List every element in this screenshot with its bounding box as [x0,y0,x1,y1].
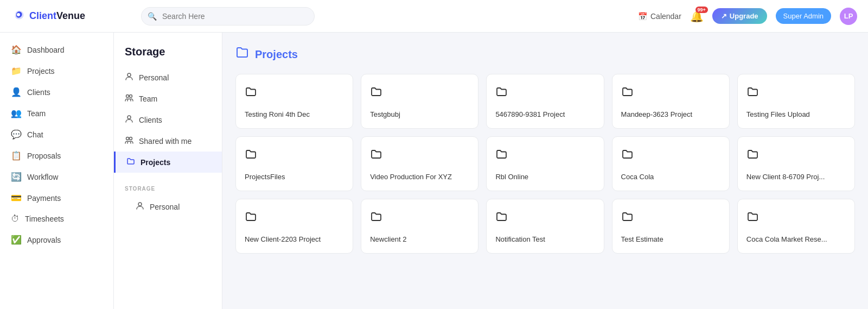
personal-bottom-icon [136,201,144,212]
search-input[interactable] [141,7,315,26]
project-card-name: Video Production For XYZ [370,173,469,182]
project-card-card15[interactable]: Coca Cola Market Rese... [737,199,855,254]
sidebar-item-approvals-label: Approvals [27,236,61,244]
sidebar-item-approvals[interactable]: ✅ Approvals [0,229,113,250]
project-card-name: Testing Files Upload [746,110,846,119]
storage-clients-label: Clients [139,116,162,124]
storage-shared-label: Shared with me [139,137,192,146]
folder-icon [370,210,469,226]
storage-item-team[interactable]: Team [114,88,222,109]
project-card-card8[interactable]: Rbl Online [486,136,604,191]
upgrade-icon: ↗ [721,12,727,20]
project-card-name: Test Estimate [621,235,720,244]
folder-icon [245,85,344,102]
notifications-button[interactable]: 🔔 99+ [690,10,704,23]
project-card-name: Testing Roni 4th Dec [245,110,344,119]
folder-icon [746,148,846,164]
svg-point-1 [127,73,131,77]
sidebar-item-team-label: Team [27,109,46,118]
project-card-name: 5467890-9381 Project [495,110,595,119]
logo-icon [11,7,26,26]
super-admin-button[interactable]: Super Admin [776,8,831,24]
project-card-name: Newclient 2 [370,235,469,244]
project-card-name: New Client 8-6709 Proj... [746,173,846,182]
project-card-card11[interactable]: New Client-2203 Project [235,199,353,254]
sidebar-item-workflow[interactable]: 🔄 Workflow [0,166,113,187]
sidebar-item-clients[interactable]: 👤 Clients [0,81,113,103]
projects-storage-icon [126,157,135,167]
sidebar-item-projects[interactable]: 📁 Projects [0,60,113,81]
sidebar-item-chat[interactable]: 💬 Chat [0,124,113,145]
project-card-card9[interactable]: Coca Cola [612,136,730,191]
project-card-card10[interactable]: New Client 8-6709 Proj... [737,136,855,191]
svg-point-4 [127,116,131,119]
calendar-icon: 📅 [638,12,647,21]
projects-header-icon [235,46,250,63]
clients-storage-icon [125,115,133,125]
folder-icon [495,148,595,164]
storage-team-label: Team [139,94,157,103]
project-card-card13[interactable]: Notification Test [486,199,604,254]
svg-point-3 [130,95,132,98]
project-card-card12[interactable]: Newclient 2 [361,199,478,254]
project-card-card1[interactable]: Testing Roni 4th Dec [235,74,353,129]
storage-bottom-section: STORAGE Personal [114,186,222,217]
personal-icon [125,72,133,83]
super-admin-label: Super Admin [783,12,824,20]
storage-item-personal[interactable]: Personal [114,67,222,88]
sidebar-item-payments[interactable]: 💳 Payments [0,187,113,209]
project-card-name: Testgbubj [370,110,469,119]
project-card-name: Coca Cola Market Rese... [746,235,846,244]
team-icon: 👥 [11,108,22,118]
project-card-card5[interactable]: Testing Files Upload [737,74,855,129]
avatar-initials: LP [844,12,853,20]
storage-item-clients[interactable]: Clients [114,109,222,130]
project-card-card4[interactable]: Mandeep-3623 Project [612,74,730,129]
project-card-name: Mandeep-3623 Project [621,110,720,119]
sidebar-item-timesheets-label: Timesheets [25,215,64,223]
storage-bottom-personal[interactable]: Personal [125,196,211,217]
project-card-card6[interactable]: ProjectsFiles [235,136,353,191]
project-card-card3[interactable]: 5467890-9381 Project [486,74,604,129]
logo: ClientVenue [11,7,125,26]
folder-icon [746,210,846,226]
sidebar-item-dashboard-label: Dashboard [27,46,65,54]
sidebar: 🏠 Dashboard 📁 Projects 👤 Clients 👥 Team … [0,33,114,309]
upgrade-label: Upgrade [730,12,758,20]
sidebar-item-proposals-label: Proposals [27,152,61,160]
sidebar-item-team[interactable]: 👥 Team [0,103,113,124]
main-layout: 🏠 Dashboard 📁 Projects 👤 Clients 👥 Team … [0,33,868,309]
chat-icon: 💬 [11,129,22,140]
storage-item-shared[interactable]: Shared with me [114,130,222,152]
sidebar-item-workflow-label: Workflow [27,173,58,181]
avatar[interactable]: LP [840,8,857,25]
projects-header: Projects [235,46,855,63]
folder-icon [746,85,846,102]
upgrade-button[interactable]: ↗ Upgrade [712,8,767,24]
projects-grid: Testing Roni 4th Dec Testgbubj 5467890-9… [235,74,855,254]
project-card-card2[interactable]: Testgbubj [361,74,478,129]
storage-panel: Storage Personal Team Clients Shared wit… [114,33,222,309]
sidebar-item-dashboard[interactable]: 🏠 Dashboard [0,39,113,60]
timesheets-icon: ⏱ [11,214,20,224]
header-right: 📅 Calendar 🔔 99+ ↗ Upgrade Super Admin L… [638,8,857,25]
svg-point-7 [138,203,142,206]
calendar-button[interactable]: 📅 Calendar [638,12,681,21]
project-card-card7[interactable]: Video Production For XYZ [361,136,478,191]
header: ClientVenue 🔍 📅 Calendar 🔔 99+ ↗ Upgrade… [0,0,868,33]
storage-section-label: STORAGE [125,186,211,192]
folder-icon [621,210,720,226]
project-card-name: Rbl Online [495,173,595,182]
project-card-card14[interactable]: Test Estimate [612,199,730,254]
storage-bottom-personal-label: Personal [150,203,180,211]
sidebar-item-proposals[interactable]: 📋 Proposals [0,145,113,166]
storage-projects-label: Projects [141,158,170,167]
sidebar-item-payments-label: Payments [27,194,61,203]
calendar-label: Calendar [650,12,681,21]
sidebar-item-timesheets[interactable]: ⏱ Timesheets [0,209,113,229]
storage-item-projects[interactable]: Projects [114,152,222,173]
svg-point-5 [126,137,129,140]
proposals-icon: 📋 [11,150,22,161]
storage-personal-label: Personal [139,73,169,82]
workflow-icon: 🔄 [11,172,22,182]
